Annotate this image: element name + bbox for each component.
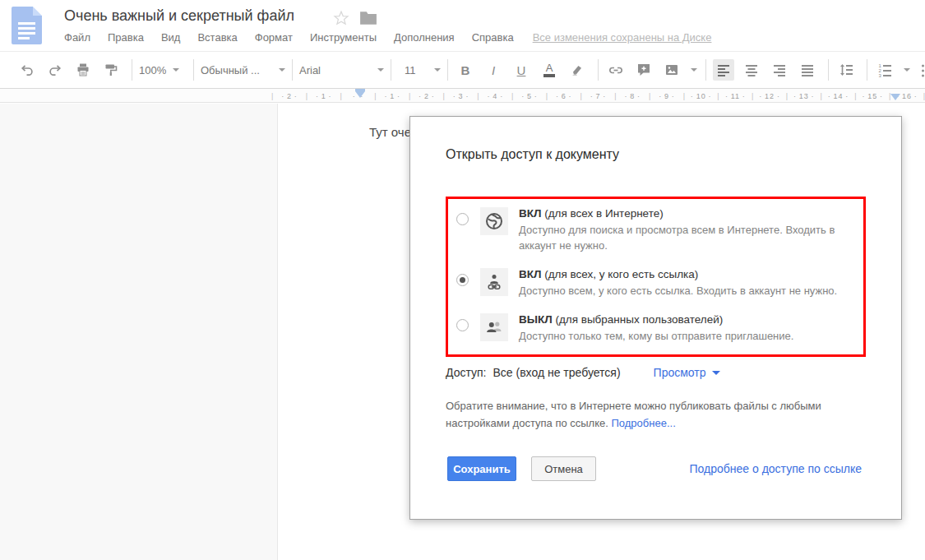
option-anyone-with-link-description: Доступно всем, у кого есть ссылка. Входи… [519, 283, 863, 299]
document-title[interactable]: Очень важный и секретный файл [64, 7, 294, 25]
header: Очень важный и секретный файл Файл Правк… [0, 0, 925, 51]
save-button[interactable]: Сохранить [447, 456, 516, 481]
option-specific-people-label: ВЫКЛ (для выбранных пользователей) [519, 313, 723, 326]
person-link-icon [480, 268, 508, 296]
option-specific-people[interactable]: ВЫКЛ (для выбранных пользователей) Досту… [448, 312, 863, 344]
option-public[interactable]: ВКЛ (для всех в Интернете) Доступно для … [448, 206, 863, 253]
ruler-cell: |· 11 · [717, 89, 752, 103]
bold-button[interactable]: B [455, 59, 476, 81]
numbered-list-caret[interactable] [904, 68, 910, 72]
folder-icon[interactable] [359, 11, 377, 29]
separator [705, 59, 706, 81]
chevron-down-icon [434, 68, 441, 72]
underline-button[interactable]: U [511, 59, 532, 81]
italic-button[interactable]: I [483, 59, 504, 81]
paint-format-button[interactable] [100, 59, 122, 81]
option-anyone-with-link[interactable]: ВКЛ (для всех, у кого есть ссылка) Досту… [448, 266, 863, 299]
ruler-cell: |· 13 · [786, 89, 821, 103]
google-docs-window: Очень важный и секретный файл Файл Правк… [0, 0, 925, 560]
undo-button[interactable] [16, 59, 38, 81]
left-indent-marker[interactable] [355, 91, 365, 98]
right-indent-marker[interactable] [890, 94, 900, 100]
font-size-dropdown[interactable]: 11 [398, 64, 441, 76]
text-color-button[interactable]: A [539, 59, 560, 81]
ruler-cell: |· 1 · [374, 89, 409, 103]
image-dropdown-caret[interactable] [691, 68, 697, 72]
ruler-cell: |· 6 · [546, 89, 580, 103]
option-anyone-with-link-label: ВКЛ (для всех, у кого есть ссылка) [519, 268, 698, 280]
cancel-button[interactable]: Отмена [531, 456, 596, 481]
chevron-down-icon [377, 68, 384, 72]
dialog-buttons: Сохранить Отмена [447, 456, 596, 481]
separator [828, 59, 829, 81]
ruler: |· 2 ·|· 1 ·|· ·|· 1 ·|· 2 ·|· 3 ·|· 4 ·… [0, 89, 925, 103]
note-more-link[interactable]: Подробнее... [612, 417, 676, 429]
radio-anyone-with-link[interactable] [456, 274, 469, 286]
star-icon[interactable] [332, 9, 350, 30]
option-anyone-with-link-text: ВКЛ (для всех, у кого есть ссылка) Досту… [519, 266, 863, 299]
insert-link-button[interactable] [605, 59, 627, 81]
logo-fold [33, 7, 42, 16]
align-justify-button[interactable] [797, 59, 818, 81]
menu-edit[interactable]: Правка [108, 31, 144, 44]
separator [292, 59, 293, 81]
align-left-button[interactable] [713, 59, 734, 81]
menu-insert[interactable]: Вставка [197, 31, 237, 44]
ruler-cell: |· 2 · [271, 89, 306, 103]
ruler-markings: |· 2 ·|· 1 ·|· ·|· 1 ·|· 2 ·|· 3 ·|· 4 ·… [271, 89, 925, 103]
align-center-button[interactable] [741, 59, 762, 81]
ruler-cell: |· 5 · [511, 89, 546, 103]
separator [867, 59, 867, 81]
menu-view[interactable]: Вид [161, 31, 181, 44]
ruler-cell: |· 15 · [854, 89, 889, 103]
text-color-bar [543, 74, 555, 77]
people-icon [480, 313, 508, 341]
menu-format[interactable]: Формат [255, 31, 293, 44]
option-specific-people-text: ВЫКЛ (для выбранных пользователей) Досту… [519, 312, 863, 344]
separator [193, 59, 194, 81]
line-spacing-button[interactable] [835, 59, 857, 81]
access-mode-dropdown[interactable]: Просмотр [654, 366, 720, 379]
insert-comment-button[interactable] [633, 59, 654, 81]
separator [447, 59, 448, 81]
ruler-cell: |· 2 · [409, 89, 443, 103]
print-button[interactable] [72, 59, 94, 81]
google-docs-logo-icon[interactable] [12, 7, 42, 44]
highlight-color-button[interactable] [567, 59, 588, 81]
globe-icon [480, 207, 508, 235]
separator [391, 59, 391, 81]
radio-specific-people[interactable] [456, 319, 469, 331]
document-text[interactable]: Тут оче [369, 125, 411, 139]
radio-public[interactable] [456, 213, 469, 225]
link-sharing-help-link[interactable]: Подробнее о доступе по ссылке [689, 462, 862, 475]
menu-file[interactable]: Файл [64, 31, 90, 44]
save-status-link[interactable]: Все изменения сохранены на Диске [533, 31, 712, 44]
logo-line [18, 32, 35, 35]
menu-addons[interactable]: Дополнения [394, 31, 455, 44]
numbered-list-button[interactable]: 123 [874, 59, 895, 81]
paragraph-style-dropdown[interactable]: Обычный ... [201, 64, 285, 76]
separator [598, 59, 599, 81]
ruler-cell: |· 1 · [306, 89, 340, 103]
align-right-button[interactable] [769, 59, 790, 81]
access-label: Доступ: [446, 366, 486, 379]
font-family-dropdown[interactable]: Arial [299, 64, 384, 76]
access-row: Доступ: Все (вход не требуется) Просмотр [446, 366, 720, 379]
option-specific-people-description: Доступно только тем, кому вы отправите п… [519, 328, 863, 344]
option-public-text: ВКЛ (для всех в Интернете) Доступно для … [519, 206, 863, 253]
menu-tools[interactable]: Инструменты [310, 31, 377, 44]
chevron-down-icon [712, 371, 720, 375]
option-public-description: Доступно для поиска и просмотра всем в И… [519, 222, 863, 253]
option-public-label: ВКЛ (для всех в Интернете) [519, 207, 664, 220]
sharing-dialog: Открыть доступ к документу ВКЛ (для всех… [409, 116, 902, 520]
redo-button[interactable] [44, 59, 66, 81]
toolbar: 100% Обычный ... Arial 11 B I U A [0, 51, 925, 89]
zoom-dropdown[interactable]: 100% [139, 64, 187, 76]
menu-help[interactable]: Справка [472, 31, 514, 44]
insert-image-button[interactable] [661, 59, 682, 81]
ruler-cell: |· 12 · [752, 89, 786, 103]
logo-line [18, 27, 35, 30]
bulleted-list-button[interactable] [917, 59, 925, 81]
ruler-cell: |· 10 · [683, 89, 718, 103]
ruler-cell: |· 7 · [580, 89, 614, 103]
